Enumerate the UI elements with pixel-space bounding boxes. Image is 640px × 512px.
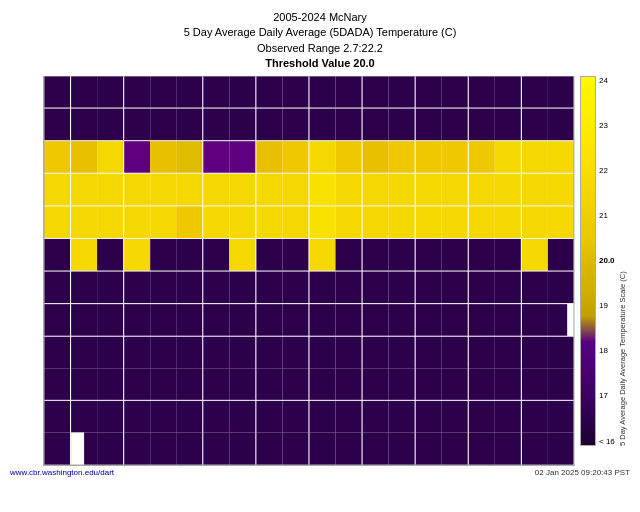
svg-rect-116 (229, 336, 255, 368)
svg-rect-232 (495, 206, 521, 238)
svg-rect-178 (363, 400, 389, 432)
svg-rect-189 (389, 368, 415, 400)
svg-rect-54 (97, 271, 123, 303)
svg-rect-207 (442, 173, 468, 205)
svg-rect-56 (97, 336, 123, 368)
svg-rect-234 (495, 271, 521, 303)
svg-rect-216 (469, 76, 495, 108)
colorbar-tick-21: 21 (599, 211, 615, 220)
svg-rect-107 (203, 432, 229, 465)
svg-rect-192 (416, 76, 442, 108)
svg-rect-57 (97, 368, 123, 400)
svg-rect-90 (176, 271, 202, 303)
svg-rect-187 (389, 304, 415, 336)
svg-rect-74 (150, 141, 176, 173)
svg-rect-182 (389, 141, 415, 173)
svg-rect-141 (282, 368, 308, 400)
plot-area: Dec Nov Oct Sep Aug Jul Jun May Apr Mar … (43, 76, 575, 466)
svg-rect-139 (282, 304, 308, 336)
svg-rect-197 (416, 239, 442, 271)
svg-rect-222 (469, 271, 495, 303)
svg-rect-125 (256, 239, 282, 271)
svg-rect-261 (548, 336, 574, 368)
svg-rect-72 (150, 76, 176, 108)
svg-rect-209 (442, 239, 468, 271)
svg-rect-81 (150, 368, 176, 400)
svg-rect-110 (229, 141, 255, 173)
svg-rect-98 (203, 141, 229, 173)
svg-rect-155 (310, 432, 336, 465)
svg-rect-91 (176, 304, 202, 336)
svg-rect-121 (256, 108, 282, 140)
svg-rect-112 (229, 206, 255, 238)
svg-rect-133 (282, 108, 308, 140)
svg-rect-71 (124, 432, 150, 465)
svg-rect-257 (548, 239, 574, 271)
svg-rect-114 (229, 271, 255, 303)
svg-rect-199 (416, 304, 442, 336)
svg-rect-208 (442, 206, 468, 238)
svg-rect-242 (522, 141, 548, 173)
svg-rect-62 (124, 141, 150, 173)
svg-rect-231 (495, 173, 521, 205)
svg-rect-143 (282, 432, 308, 465)
svg-rect-104 (203, 336, 229, 368)
svg-rect-119 (229, 432, 255, 465)
svg-rect-36 (71, 76, 97, 108)
svg-rect-76 (150, 206, 176, 238)
svg-rect-162 (336, 271, 362, 303)
svg-rect-127 (256, 304, 282, 336)
svg-rect-193 (416, 108, 442, 140)
footer: www.cbr.washington.edu/dart 02 Jan 2025 … (5, 466, 635, 477)
svg-rect-137 (282, 239, 308, 271)
svg-rect-123 (256, 173, 282, 205)
svg-rect-84 (176, 76, 202, 108)
svg-rect-64 (124, 206, 150, 238)
svg-rect-214 (442, 400, 468, 432)
svg-rect-35 (44, 432, 70, 465)
svg-rect-260 (567, 304, 574, 336)
svg-rect-203 (416, 432, 442, 465)
colorbar-tick-19: 19 (599, 301, 615, 310)
svg-rect-195 (416, 173, 442, 205)
svg-rect-179 (363, 432, 389, 465)
svg-rect-184 (389, 206, 415, 238)
svg-rect-118 (229, 400, 255, 432)
svg-rect-256 (548, 206, 574, 238)
svg-rect-250 (522, 400, 548, 432)
y-axis (5, 76, 43, 466)
svg-rect-221 (469, 239, 495, 271)
svg-rect-109 (229, 108, 255, 140)
svg-rect-117 (229, 368, 255, 400)
svg-rect-79 (150, 304, 176, 336)
svg-rect-241 (522, 108, 548, 140)
svg-rect-205 (442, 108, 468, 140)
svg-rect-96 (203, 76, 229, 108)
svg-rect-132 (282, 76, 308, 108)
svg-rect-67 (124, 304, 150, 336)
svg-rect-32 (44, 336, 70, 368)
svg-rect-210 (442, 271, 468, 303)
svg-rect-240 (522, 76, 548, 108)
svg-rect-115 (229, 304, 255, 336)
svg-rect-95 (176, 432, 202, 465)
svg-rect-159 (336, 173, 362, 205)
svg-rect-49 (97, 108, 123, 140)
title-line3: Observed Range 2.7:22.2 (5, 41, 635, 56)
svg-rect-201 (416, 368, 442, 400)
svg-rect-51 (97, 173, 123, 205)
svg-rect-37 (71, 108, 97, 140)
footer-url: www.cbr.washington.edu/dart (10, 468, 114, 477)
svg-rect-129 (256, 368, 282, 400)
svg-rect-69 (124, 368, 150, 400)
svg-rect-224 (469, 336, 495, 368)
svg-rect-130 (256, 400, 282, 432)
svg-rect-258 (548, 271, 574, 303)
svg-rect-202 (416, 400, 442, 432)
svg-rect-235 (495, 304, 521, 336)
title-line4: Threshold Value 20.0 (5, 56, 635, 71)
svg-rect-249 (522, 368, 548, 400)
svg-rect-142 (282, 400, 308, 432)
svg-rect-25 (44, 108, 70, 140)
svg-rect-238 (495, 400, 521, 432)
